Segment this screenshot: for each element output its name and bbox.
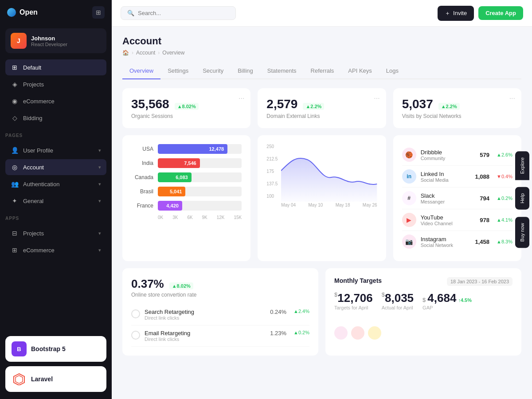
social-item-youtube: ▶ YouTube Video Channel 978 ▲4.1% — [402, 209, 512, 231]
tab-logs[interactable]: Logs — [379, 63, 406, 79]
ecommerce-app-icon: ⊞ — [11, 246, 19, 254]
search-input[interactable] — [138, 10, 229, 16]
sidebar-item-projects[interactable]: ◈ Projects — [5, 76, 106, 92]
sidebar-item-general[interactable]: ✦ General ▾ — [5, 193, 106, 209]
content-area: Account 🏠 › Account › Overview Overview … — [112, 27, 532, 399]
bootstrap-card: B Bootstrap 5 — [5, 336, 106, 362]
retargeting-sub: Direct link clicks — [145, 336, 190, 342]
tab-billing[interactable]: Billing — [231, 63, 260, 79]
bar-row-canada: Canada 6,083 — [131, 172, 242, 182]
social-name: YouTube — [421, 214, 453, 221]
buy-now-button[interactable]: Buy now — [515, 217, 529, 248]
invite-button[interactable]: ＋ Invite — [438, 6, 474, 21]
conversion-card: 0.37% ▲8.02% Online store convertion rat… — [122, 268, 318, 356]
bar-label: Canada — [131, 174, 153, 180]
main-area: 🔍 ＋ Invite Create App Account 🏠 › Accoun… — [112, 0, 532, 399]
apps-nav: ⊟ Projects ▾ ⊞ eCommerce ▾ — [0, 223, 112, 260]
mini-chart-dot — [334, 326, 348, 340]
sidebar-item-label: General — [23, 198, 43, 204]
charts-row: USA 12,478 India 7,546 — [122, 135, 521, 261]
tab-referrals[interactable]: Referrals — [304, 63, 341, 79]
user-card[interactable]: J Johnson React Developer — [5, 28, 106, 53]
sidebar-item-default[interactable]: ⊞ Default — [5, 59, 106, 75]
account-icon: ◎ — [11, 163, 19, 171]
auth-icon: 👥 — [11, 180, 19, 188]
sidebar-item-ecommerce-app[interactable]: ⊞ eCommerce ▾ — [5, 242, 106, 258]
tab-security[interactable]: Security — [196, 63, 231, 79]
retargeting-name: Search Retargeting — [145, 309, 194, 315]
sidebar-item-authentication[interactable]: 👥 Authentication ▾ — [5, 176, 106, 192]
pages-nav: 👤 User Profile ▾ ◎ Account ▾ 👥 Authentic… — [0, 140, 112, 211]
date-range: 18 Jan 2023 - 16 Feb 2023 — [447, 277, 512, 286]
tab-api-keys[interactable]: API Keys — [341, 63, 379, 79]
bar-num: 7,546 — [184, 160, 196, 166]
slack-icon: # — [402, 191, 416, 205]
apps-section-label: APPS — [0, 211, 112, 223]
stat-label: Domain External Links — [266, 113, 377, 119]
laravel-icon — [12, 372, 27, 387]
sidebar-toggle-button[interactable]: ⊞ — [92, 6, 105, 19]
tab-settings[interactable]: Settings — [160, 63, 196, 79]
social-change: ▲4.1% — [497, 217, 512, 223]
sidebar-item-user-profile[interactable]: 👤 User Profile ▾ — [5, 142, 106, 158]
bottom-row: 0.37% ▲8.02% Online store convertion rat… — [122, 268, 521, 356]
target-amount: 8,035 — [385, 291, 414, 305]
pages-section-label: PAGES — [0, 128, 112, 140]
sidebar-header: Open ⊞ — [0, 0, 112, 25]
sidebar-item-account[interactable]: ◎ Account ▾ — [5, 159, 106, 175]
social-item-dribbble: 🏀 Dribbble Community 579 ▲2.6% — [402, 144, 512, 166]
bar-label: Brasil — [131, 188, 153, 195]
bar-row-india: India 7,546 — [131, 158, 242, 168]
breadcrumb-current: Overview — [162, 50, 184, 56]
sidebar-item-bidding[interactable]: ◇ Bidding — [5, 110, 106, 126]
social-sub: Community — [421, 156, 446, 161]
sidebar-item-label: Account — [23, 164, 44, 171]
laravel-card: Laravel — [5, 366, 106, 392]
social-sub: Social Media — [421, 177, 449, 183]
laravel-label: Laravel — [31, 376, 53, 383]
bar-track: 12,478 — [158, 144, 242, 154]
instagram-icon: 📷 — [402, 235, 416, 249]
sidebar-item-label: eCommerce — [23, 247, 55, 254]
stat-menu[interactable]: ··· — [374, 94, 379, 102]
target-label: Actual for April — [382, 305, 414, 310]
monthly-targets-card: Monthly Targets 18 Jan 2023 - 16 Feb 202… — [325, 268, 521, 356]
social-value: 794 — [480, 195, 489, 202]
breadcrumb-account[interactable]: Account — [136, 50, 155, 56]
social-change: ▲8.3% — [497, 239, 512, 244]
retargeting-item-email: Email Retargeting Direct link clicks 1.2… — [131, 325, 309, 347]
bidding-icon: ◇ — [11, 114, 19, 122]
social-value: 579 — [480, 152, 489, 158]
sidebar-item-ecommerce[interactable]: ◉ eCommerce — [5, 93, 106, 109]
line-chart-card: 250 212.5 175 137.5 100 — [258, 135, 386, 261]
chevron-down-icon: ▾ — [98, 164, 101, 170]
stat-menu[interactable]: ··· — [239, 94, 244, 102]
app-name: Open — [20, 8, 38, 16]
bar-chart-card: USA 12,478 India 7,546 — [122, 135, 250, 261]
target-item-targets: $12,706 Targets for April — [334, 291, 373, 310]
general-icon: ✦ — [11, 197, 19, 205]
stat-card-social-visits: ··· 5,037 ▲2.2% Visits by Social Network… — [393, 88, 521, 128]
target-item-actual: $8,035 Actual for April — [382, 291, 414, 310]
target-amount: 12,706 — [337, 291, 373, 305]
help-button[interactable]: Help — [515, 187, 529, 210]
sidebar: Open ⊞ J Johnson React Developer ⊞ Defau… — [0, 0, 112, 399]
tab-overview[interactable]: Overview — [122, 63, 160, 79]
tab-statements[interactable]: Statements — [260, 63, 304, 79]
sidebar-item-projects-app[interactable]: ⊟ Projects ▾ — [5, 225, 106, 241]
sidebar-item-label: Projects — [23, 230, 44, 237]
retargeting-change: ▲0.2% — [293, 330, 309, 335]
target-label: Targets for April — [334, 305, 373, 310]
avatar: J — [11, 33, 27, 49]
bar-row-usa: USA 12,478 — [131, 144, 242, 154]
sidebar-item-label: Authentication — [23, 181, 59, 188]
sidebar-item-label: eCommerce — [23, 98, 55, 105]
mini-chart-dot — [368, 326, 381, 340]
social-sub: Social Network — [421, 243, 453, 248]
stat-card-domain-links: ··· 2,579 ▲2.2% Domain External Links — [258, 88, 386, 128]
stats-grid: ··· 35,568 ▲8.02% Organic Sessions ··· 2… — [122, 88, 521, 128]
retargeting-value: 1.23% — [270, 330, 286, 336]
topbar-right: ＋ Invite Create App — [438, 6, 523, 21]
explore-button[interactable]: Explore — [515, 151, 529, 180]
social-item-instagram: 📷 Instagram Social Network 1,458 ▲8.3% — [402, 231, 512, 252]
